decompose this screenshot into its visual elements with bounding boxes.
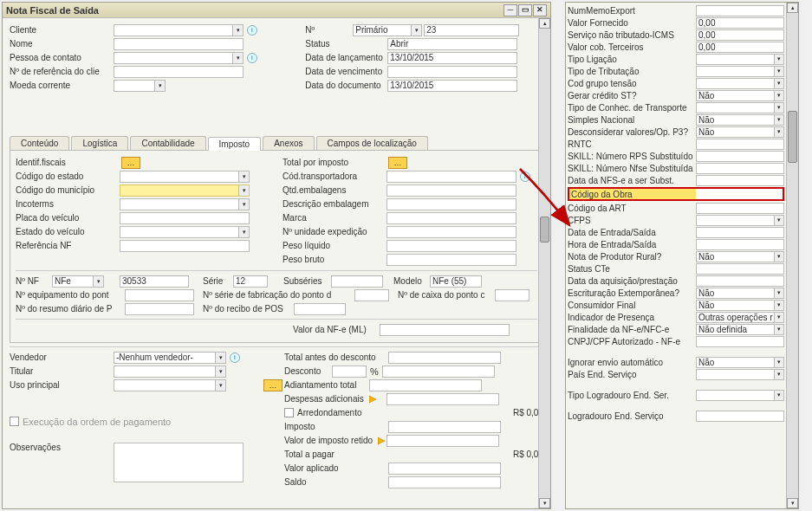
equip-field[interactable] bbox=[125, 289, 194, 301]
vendedor-field[interactable]: -Nenhum vendedor-▾ bbox=[114, 352, 226, 364]
scroll-down-button[interactable]: ▾ bbox=[539, 498, 550, 508]
valor-ml-field[interactable] bbox=[380, 324, 510, 336]
num-unid-field[interactable] bbox=[387, 226, 516, 238]
right-panel-field[interactable]: ▾ bbox=[696, 66, 784, 77]
right-panel-field[interactable]: ▾ bbox=[696, 215, 784, 226]
chevron-down-icon[interactable]: ▾ bbox=[774, 55, 783, 64]
imposto-field[interactable] bbox=[388, 421, 501, 433]
caixa-field[interactable] bbox=[495, 289, 529, 301]
chevron-down-icon[interactable]: ▾ bbox=[774, 301, 783, 310]
chevron-down-icon[interactable]: ▾ bbox=[215, 380, 225, 391]
moeda-field[interactable]: ▾ bbox=[114, 80, 166, 92]
obs-field[interactable] bbox=[114, 443, 244, 482]
titular-field[interactable]: ▾ bbox=[114, 365, 226, 378]
tab-imposto[interactable]: Imposto bbox=[208, 137, 262, 151]
chevron-down-icon[interactable]: ▾ bbox=[774, 370, 783, 379]
uso-field[interactable]: ▾ bbox=[114, 379, 226, 391]
scroll-track[interactable] bbox=[787, 14, 798, 497]
recibo-field[interactable] bbox=[294, 303, 346, 315]
scroll-up-button[interactable]: ▴ bbox=[539, 18, 550, 29]
valor-retido-field[interactable] bbox=[387, 435, 499, 447]
right-scrollbar[interactable]: ▴ ▾ bbox=[786, 3, 798, 508]
right-panel-field[interactable]: Não▾ bbox=[696, 357, 784, 368]
right-panel-field[interactable]: Não▾ bbox=[696, 126, 784, 138]
right-panel-field[interactable]: Não▾ bbox=[696, 300, 784, 311]
num-value-field[interactable]: 23 bbox=[424, 24, 519, 36]
drill-arrow-icon[interactable] bbox=[378, 437, 387, 445]
right-panel-field[interactable] bbox=[696, 5, 784, 16]
chevron-down-icon[interactable]: ▾ bbox=[774, 216, 783, 225]
maximize-button[interactable]: ▭ bbox=[518, 4, 532, 16]
right-panel-field[interactable] bbox=[696, 227, 784, 238]
scroll-up-button[interactable]: ▴ bbox=[787, 3, 798, 13]
tab-logistica[interactable]: Logística bbox=[71, 136, 128, 150]
right-panel-field[interactable]: ▾ bbox=[696, 102, 784, 113]
identif-button[interactable]: … bbox=[121, 157, 140, 169]
primario-field[interactable]: Primário▾ bbox=[353, 24, 422, 36]
right-panel-field[interactable] bbox=[696, 139, 784, 150]
info-icon[interactable]: i bbox=[247, 25, 257, 36]
right-panel-field[interactable]: ▾ bbox=[696, 390, 784, 401]
chevron-down-icon[interactable]: ▾ bbox=[232, 53, 243, 63]
qtd-emb-field[interactable] bbox=[387, 184, 516, 197]
chevron-down-icon[interactable]: ▾ bbox=[774, 91, 783, 100]
valor-aplic-field[interactable] bbox=[388, 462, 501, 475]
right-panel-field[interactable]: ▾ bbox=[696, 78, 784, 89]
total-imp-button[interactable]: … bbox=[388, 157, 407, 169]
chevron-down-icon[interactable]: ▾ bbox=[774, 79, 783, 88]
data-venc-field[interactable] bbox=[387, 66, 517, 78]
status-field[interactable]: Abrir bbox=[387, 38, 517, 50]
right-panel-field[interactable]: ▾ bbox=[696, 369, 784, 380]
right-panel-field[interactable] bbox=[696, 151, 784, 162]
data-lanc-field[interactable]: 13/10/2015 bbox=[387, 52, 517, 64]
chevron-down-icon[interactable]: ▾ bbox=[774, 67, 783, 76]
right-panel-field[interactable] bbox=[696, 411, 784, 422]
right-panel-field[interactable]: Não▾ bbox=[696, 114, 784, 126]
placa-field[interactable] bbox=[120, 212, 250, 224]
subseries-field[interactable] bbox=[331, 275, 383, 288]
chevron-down-icon[interactable]: ▾ bbox=[238, 185, 249, 196]
cliente-field[interactable]: ▾ bbox=[114, 24, 244, 36]
chevron-down-icon[interactable]: ▾ bbox=[774, 391, 783, 400]
tab-contabilidade[interactable]: Contabilidade bbox=[130, 136, 205, 150]
chevron-down-icon[interactable]: ▾ bbox=[774, 288, 783, 298]
chevron-down-icon[interactable]: ▾ bbox=[774, 358, 783, 367]
chevron-down-icon[interactable]: ▾ bbox=[774, 325, 783, 334]
adiant-field[interactable] bbox=[369, 379, 482, 391]
nfe-field[interactable]: NFe▾ bbox=[52, 275, 104, 288]
chevron-down-icon[interactable]: ▾ bbox=[238, 199, 249, 210]
saldo-field[interactable] bbox=[388, 476, 501, 488]
right-panel-field[interactable]: Não▾ bbox=[696, 288, 784, 299]
right-panel-field[interactable]: Outras operações r▾ bbox=[696, 312, 784, 323]
desconto-pct-field[interactable] bbox=[332, 365, 367, 378]
total-antes-field[interactable] bbox=[388, 352, 501, 364]
right-panel-field[interactable]: Não▾ bbox=[696, 251, 784, 262]
right-panel-field[interactable] bbox=[696, 187, 784, 201]
data-doc-field[interactable]: 13/10/2015 bbox=[387, 80, 517, 92]
chevron-down-icon[interactable]: ▾ bbox=[774, 252, 783, 262]
arred-checkbox[interactable] bbox=[284, 408, 294, 417]
info-icon[interactable]: i bbox=[230, 353, 240, 363]
chevron-down-icon[interactable]: ▾ bbox=[215, 353, 225, 363]
marca-field[interactable] bbox=[387, 212, 516, 224]
chevron-down-icon[interactable]: ▾ bbox=[774, 103, 783, 113]
adiant-button[interactable]: … bbox=[263, 379, 283, 391]
chevron-down-icon[interactable]: ▾ bbox=[238, 227, 249, 237]
scroll-thumb[interactable] bbox=[788, 111, 797, 163]
info-icon[interactable]: i bbox=[520, 171, 530, 182]
right-panel-field[interactable] bbox=[696, 203, 784, 214]
chevron-down-icon[interactable]: ▾ bbox=[215, 366, 225, 377]
chevron-down-icon[interactable]: ▾ bbox=[154, 81, 165, 91]
estado-veic-field[interactable]: ▾ bbox=[120, 226, 250, 238]
tab-campos-localizacao[interactable]: Campos de localização bbox=[316, 136, 428, 150]
peso-liq-field[interactable] bbox=[387, 240, 516, 252]
chevron-down-icon[interactable]: ▾ bbox=[774, 313, 783, 322]
right-panel-field[interactable]: 0,00 bbox=[696, 17, 784, 29]
right-panel-field[interactable]: ▾ bbox=[696, 54, 784, 65]
chevron-down-icon[interactable]: ▾ bbox=[232, 25, 243, 36]
serie-val-field[interactable]: 30533 bbox=[120, 275, 189, 288]
chevron-down-icon[interactable]: ▾ bbox=[411, 25, 421, 36]
desc-emb-field[interactable] bbox=[387, 198, 516, 210]
resumo-field[interactable] bbox=[125, 303, 194, 315]
right-panel-field[interactable] bbox=[696, 239, 784, 250]
